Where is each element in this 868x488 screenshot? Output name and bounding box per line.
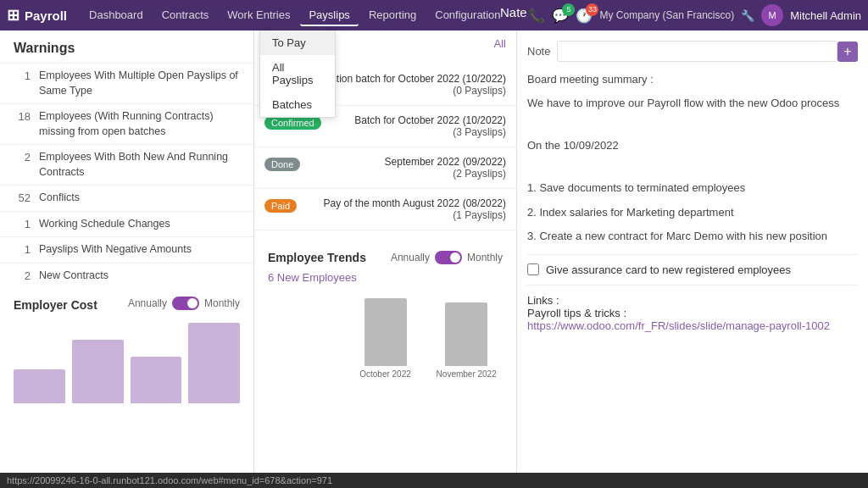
warning-count-1: 18 xyxy=(14,109,31,123)
payslip-info-1: Batch for October 2022 (10/2022) (3 Pays… xyxy=(330,114,506,138)
employee-trends-toggle: Annually Monthly xyxy=(391,251,503,264)
payslip-title-2: September 2022 (09/2022) xyxy=(309,156,506,168)
note-item-2: 3. Create a new contract for Marc Demo w… xyxy=(527,227,858,246)
app-logo[interactable]: ⊞ Payroll xyxy=(7,6,67,25)
bar-4 xyxy=(188,323,240,403)
payslip-sub-3: (1 Payslips) xyxy=(305,209,506,221)
trend-bar-nov: November 2022 xyxy=(430,302,503,379)
note-label: Note xyxy=(527,45,550,58)
employer-cost-section: Employer Cost Annually Monthly xyxy=(0,288,253,410)
assurance-checkbox[interactable] xyxy=(527,263,539,275)
nav-contracts[interactable]: Contracts xyxy=(153,5,218,26)
note-item-1: 2. Index salaries for Marketing departme… xyxy=(527,203,858,222)
warning-count-6: 2 xyxy=(14,269,31,282)
dropdown-to-pay[interactable]: To Pay xyxy=(260,30,335,55)
trend-bar-oct-bar xyxy=(364,298,407,366)
employee-trends-monthly: Monthly xyxy=(467,252,503,263)
trend-bar-oct: October 2022 xyxy=(349,298,422,379)
payslips-dropdown: To Pay All Payslips Batches xyxy=(259,30,336,118)
nav-dashboard[interactable]: Dashboard xyxy=(81,5,152,26)
employer-cost-chart xyxy=(14,319,240,403)
dropdown-batches[interactable]: Batches xyxy=(260,92,335,117)
note-divider xyxy=(527,254,858,255)
note-header: Note + xyxy=(527,41,858,62)
activity-btn[interactable]: 🕐 33 xyxy=(576,8,593,24)
nav-configuration[interactable]: Configuration xyxy=(426,5,509,26)
payslip-info-3: Pay of the month August 2022 (08/2022) (… xyxy=(305,197,506,221)
new-employees-link[interactable]: 6 New Employees xyxy=(268,271,503,284)
board-meeting-title: Board meeting summary : xyxy=(527,70,858,89)
warning-count-2: 2 xyxy=(14,150,31,164)
payslip-row-2[interactable]: Done September 2022 (09/2022) (2 Payslip… xyxy=(254,147,516,189)
warning-item-1[interactable]: 18 Employees (With Running Contracts) mi… xyxy=(0,103,253,144)
warning-text-5: Payslips With Negative Amounts xyxy=(39,242,240,258)
warning-text-0: Employees With Multiple Open Payslips of… xyxy=(39,69,240,98)
bar-2 xyxy=(72,340,124,403)
grid-icon: ⊞ xyxy=(7,6,19,25)
warning-text-6: New Contracts xyxy=(39,269,240,284)
board-meeting-text: We have to improve our Payroll flow with… xyxy=(527,94,858,113)
warning-count-3: 52 xyxy=(14,191,31,204)
warning-item-0[interactable]: 1 Employees With Multiple Open Payslips … xyxy=(0,63,253,103)
payslip-title-1: Batch for October 2022 (10/2022) xyxy=(330,114,506,126)
employer-cost-header: Employer Cost Annually Monthly xyxy=(14,295,240,312)
employer-cost-toggle-switch[interactable] xyxy=(172,297,199,310)
warning-text-2: Employees With Both New And Running Cont… xyxy=(39,150,240,180)
nav-payslips[interactable]: Payslips xyxy=(300,5,358,26)
payroll-link[interactable]: https://www.odoo.com/fr_FR/slides/slide/… xyxy=(527,319,830,332)
employee-trends-header: Employee Trends Annually Monthly xyxy=(268,251,503,264)
note-content: Board meeting summary : We have to impro… xyxy=(527,70,858,246)
add-note-button[interactable]: + xyxy=(837,42,858,62)
avatar: M xyxy=(761,4,783,26)
nate-label: Nate xyxy=(500,5,527,19)
payslip-info-2: September 2022 (09/2022) (2 Payslips) xyxy=(309,156,506,180)
employer-cost-monthly: Monthly xyxy=(204,297,240,309)
top-navigation: ⊞ Payroll Dashboard Contracts Work Entri… xyxy=(0,0,868,30)
statusbar-url: https://20099246-16-0-all.runbot121.odoo… xyxy=(7,475,332,485)
nav-reporting[interactable]: Reporting xyxy=(360,5,425,26)
warning-text-4: Working Schedule Changes xyxy=(39,217,240,232)
all-link[interactable]: All xyxy=(484,30,516,57)
nav-work-entries[interactable]: Work Entries xyxy=(219,5,298,26)
warning-item-2[interactable]: 2 Employees With Both New And Running Co… xyxy=(0,144,253,185)
bar-1 xyxy=(14,369,65,403)
trend-label-nov: November 2022 xyxy=(437,369,497,379)
link-prefix: Payroll tips & tricks : xyxy=(527,307,626,319)
payslip-status-1: Confirmed xyxy=(264,116,321,130)
bar-3 xyxy=(131,357,182,403)
trend-label-oct: October 2022 xyxy=(359,369,411,379)
warning-text-1: Employees (With Running Contracts) missi… xyxy=(39,109,240,139)
links-section: Links : Payroll tips & tricks : https://… xyxy=(527,294,858,332)
warning-item-5[interactable]: 1 Payslips With Negative Amounts xyxy=(0,236,253,263)
dropdown-all-payslips[interactable]: All Payslips xyxy=(260,55,335,92)
trend-bar-nov-bar xyxy=(445,302,487,366)
statusbar: https://20099246-16-0-all.runbot121.odoo… xyxy=(0,473,868,488)
links-label: Links : xyxy=(527,294,559,307)
topnav-right: 📞 💬 5 🕐 33 My Company (San Francisco) 🔧 … xyxy=(528,4,861,26)
right-panel: Note + Board meeting summary : We have t… xyxy=(517,30,868,488)
warning-item-3[interactable]: 52 Conflicts xyxy=(0,185,253,211)
logo-label: Payroll xyxy=(25,8,67,23)
employee-trends-toggle-switch[interactable] xyxy=(435,251,462,264)
payslip-title-3: Pay of the month August 2022 (08/2022) xyxy=(305,197,506,209)
warning-text-3: Conflicts xyxy=(39,191,240,206)
employee-trends-title: Employee Trends xyxy=(268,251,366,264)
messages-btn[interactable]: 💬 5 xyxy=(552,8,569,24)
employee-trends-section: Employee Trends Annually Monthly 6 New E… xyxy=(254,244,516,385)
warning-item-4[interactable]: 1 Working Schedule Changes xyxy=(0,211,253,237)
warning-item-6[interactable]: 2 New Contracts xyxy=(0,263,253,289)
employer-cost-title: Employer Cost xyxy=(14,298,97,312)
payslip-status-2: Done xyxy=(264,158,300,171)
wrench-icon: 🔧 xyxy=(741,9,754,22)
note-item-0: 1. Save documents to terminated employee… xyxy=(527,179,858,197)
checkbox-label: Give assurance card to new registered em… xyxy=(546,263,791,276)
note-input[interactable] xyxy=(557,41,837,62)
warning-count-0: 1 xyxy=(14,69,31,82)
payslip-status-3: Paid xyxy=(264,199,297,213)
left-panel: Warnings 1 Employees With Multiple Open … xyxy=(0,30,254,488)
employer-cost-annually: Annually xyxy=(128,297,167,309)
payslip-row-3[interactable]: Paid Pay of the month August 2022 (08/20… xyxy=(254,189,516,230)
phone-icon-btn[interactable]: 📞 xyxy=(528,8,545,24)
user-name: Mitchell Admin xyxy=(790,9,861,22)
messages-badge: 5 xyxy=(562,3,575,16)
